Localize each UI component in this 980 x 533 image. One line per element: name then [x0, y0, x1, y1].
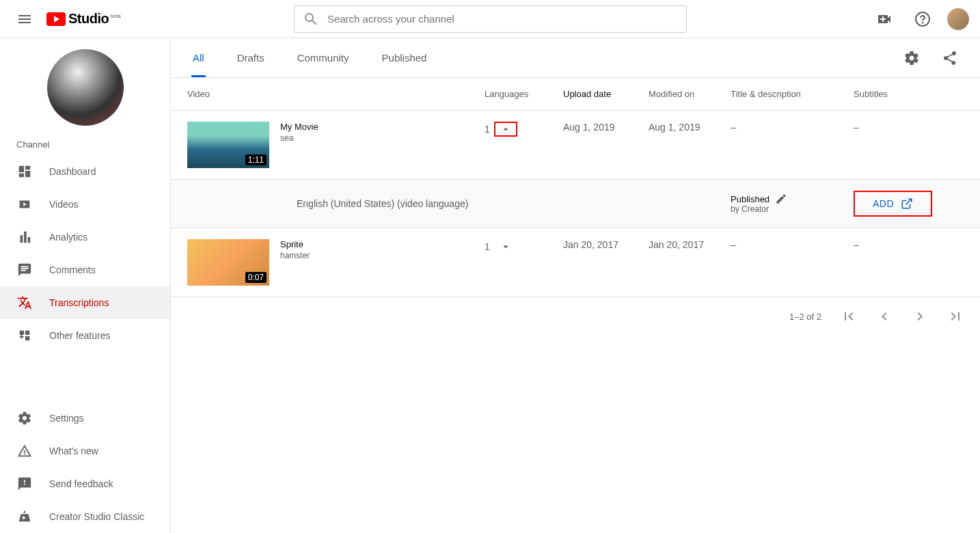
youtube-icon [46, 12, 66, 26]
video-title[interactable]: My Movie [280, 122, 318, 132]
settings-button[interactable] [898, 44, 925, 72]
title-description-cell: – [731, 122, 854, 133]
logo[interactable]: Studio beta [46, 11, 121, 27]
col-languages[interactable]: Languages [485, 89, 563, 99]
video-thumbnail[interactable]: 0:07 [187, 239, 269, 286]
sidebar: Channel Dashboard Videos Analytics Comme… [0, 38, 171, 533]
sidebar-item-label: Dashboard [49, 166, 96, 177]
sidebar-item-whats-new[interactable]: What's new [0, 435, 170, 467]
creator-classic-icon [16, 508, 33, 525]
sidebar-item-label: Other features [49, 330, 111, 341]
tab-community[interactable]: Community [292, 38, 355, 77]
video-thumbnail[interactable]: 1:11 [187, 122, 269, 168]
search-icon [303, 11, 319, 27]
languages-cell: 1 [485, 122, 563, 137]
main-content: All Drafts Community Published Video Lan… [171, 38, 980, 533]
gear-icon [16, 410, 33, 426]
language-count: 1 [485, 124, 490, 135]
table-header: Video Languages Upload date Modified on … [171, 78, 980, 111]
video-cell: 1:11 My Movie sea [187, 122, 485, 168]
chevron-left-icon [876, 308, 893, 325]
search-input[interactable] [327, 13, 678, 25]
last-page-icon [947, 308, 964, 325]
help-button[interactable] [909, 5, 936, 33]
subtitles-cell: – [854, 239, 964, 250]
status-text: Published [731, 194, 770, 204]
announcement-icon [16, 443, 33, 459]
sidebar-item-dashboard[interactable]: Dashboard [0, 155, 170, 188]
gear-icon [903, 50, 920, 66]
video-plus-icon [876, 11, 893, 27]
prev-page-button[interactable] [876, 308, 893, 325]
video-info: My Movie sea [280, 122, 318, 168]
user-avatar[interactable] [947, 8, 969, 30]
expand-toggle[interactable] [494, 239, 517, 254]
pencil-icon[interactable] [775, 193, 787, 205]
sidebar-item-videos[interactable]: Videos [0, 188, 170, 221]
expanded-subtitles-cell: ADD [854, 191, 964, 217]
channel-label: Channel [0, 139, 170, 155]
search-box [294, 5, 687, 33]
logo-text: Studio [68, 11, 109, 27]
channel-avatar[interactable] [47, 49, 124, 126]
expanded-status-cell: Published by Creator [731, 194, 854, 214]
dashboard-icon [16, 163, 33, 180]
tabs-row: All Drafts Community Published [171, 38, 980, 78]
add-label: ADD [873, 198, 894, 209]
search-inner [294, 5, 687, 33]
feedback-icon [16, 476, 33, 492]
last-page-button[interactable] [947, 308, 964, 325]
subtitles-cell: – [854, 122, 964, 133]
header: Studio beta [0, 0, 980, 38]
header-right [871, 5, 969, 33]
sidebar-item-analytics[interactable]: Analytics [0, 221, 170, 254]
svg-line-2 [906, 199, 912, 204]
video-info: Sprite hamster [280, 239, 310, 286]
share-button[interactable] [936, 44, 964, 72]
first-page-button[interactable] [841, 308, 857, 325]
upload-date: Jan 20, 2017 [563, 239, 649, 250]
language-count: 1 [485, 241, 490, 252]
collapse-toggle[interactable] [494, 122, 517, 137]
tabs-right [898, 44, 964, 72]
languages-cell: 1 [485, 239, 563, 254]
modified-date: Jan 20, 2017 [649, 239, 731, 250]
sidebar-item-transcriptions[interactable]: Transcriptions [0, 286, 170, 319]
videos-icon [16, 196, 33, 213]
table-row: 0:07 Sprite hamster 1 Jan 20, 2017 Jan 2… [171, 228, 980, 297]
video-title[interactable]: Sprite [280, 239, 310, 249]
hamburger-icon [16, 11, 33, 27]
video-duration: 0:07 [245, 272, 267, 283]
sidebar-item-send-feedback[interactable]: Send feedback [0, 467, 170, 500]
sidebar-item-comments[interactable]: Comments [0, 254, 170, 286]
pagination-range: 1–2 of 2 [789, 312, 821, 322]
nav-spacer [0, 352, 170, 402]
logo-beta-badge: beta [110, 13, 121, 19]
col-upload[interactable]: Upload date [563, 89, 649, 99]
col-video[interactable]: Video [187, 89, 485, 99]
sidebar-item-creator-classic[interactable]: Creator Studio Classic [0, 500, 170, 533]
create-video-button[interactable] [871, 5, 898, 33]
add-subtitles-button[interactable]: ADD [854, 191, 932, 217]
modified-date: Aug 1, 2019 [649, 122, 731, 133]
sidebar-item-label: Analytics [49, 232, 87, 243]
col-subtitles[interactable]: Subtitles [854, 89, 964, 99]
svg-point-1 [922, 22, 923, 23]
next-page-button[interactable] [912, 308, 928, 325]
tab-all[interactable]: All [187, 38, 210, 77]
video-subtitle: hamster [280, 251, 310, 260]
sidebar-item-other-features[interactable]: Other features [0, 319, 170, 352]
menu-button[interactable] [11, 5, 38, 33]
tab-drafts[interactable]: Drafts [232, 38, 270, 77]
tab-published[interactable]: Published [377, 38, 433, 77]
open-in-new-icon [901, 197, 913, 210]
title-description-cell: – [731, 239, 854, 250]
sidebar-item-label: Videos [49, 199, 79, 210]
col-modified[interactable]: Modified on [649, 89, 731, 99]
chevron-down-icon [500, 241, 512, 253]
sidebar-item-settings[interactable]: Settings [0, 402, 170, 435]
expanded-language-name: English (United States) (video language) [187, 198, 485, 209]
col-title-description[interactable]: Title & description [731, 89, 854, 99]
comments-icon [16, 262, 33, 278]
sidebar-item-label: Settings [49, 413, 84, 424]
